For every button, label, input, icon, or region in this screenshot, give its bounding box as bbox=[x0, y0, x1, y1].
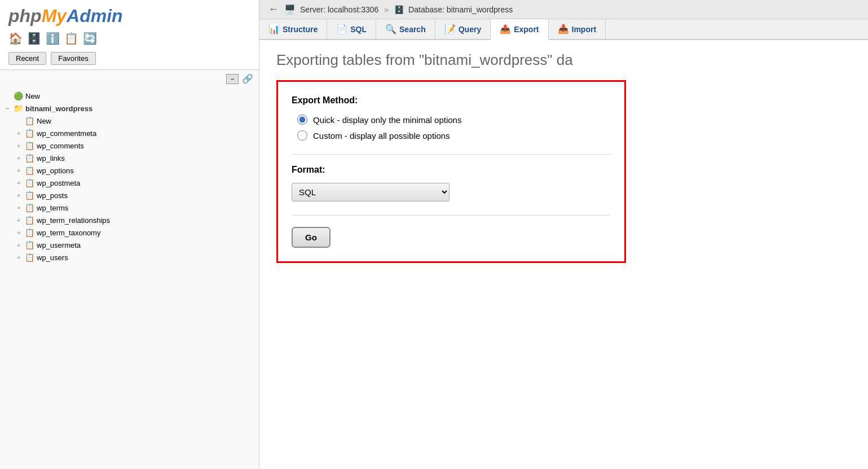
new-root-icon: 🟢 bbox=[14, 91, 23, 100]
logo-my: My bbox=[42, 6, 67, 26]
tree-item-new-root[interactable]: 🟢 New bbox=[0, 90, 259, 102]
radio-quick[interactable] bbox=[297, 115, 307, 125]
radio-quick-text: Quick - display only the minimal options bbox=[313, 115, 461, 125]
tree-item-wp-usermeta[interactable]: + 📋 wp_usermeta bbox=[0, 239, 259, 251]
format-select[interactable]: SQL CSV Excel JSON XML LaTeX OpenDocumen… bbox=[292, 183, 450, 201]
t3-label: wp_links bbox=[37, 154, 65, 163]
export-method-box: Export Method: Quick - display only the … bbox=[276, 80, 626, 263]
sql-tab-label: SQL bbox=[350, 25, 367, 34]
t10-label: wp_usermeta bbox=[37, 241, 81, 249]
tab-bar: 📊 Structure 📄 SQL 🔍 Search 📝 Query 📤 Exp… bbox=[259, 19, 868, 40]
breadcrumb-server: Server: localhost:3306 bbox=[300, 5, 378, 14]
t5-label: wp_postmeta bbox=[37, 179, 80, 187]
tree-item-wp-terms[interactable]: + 📋 wp_terms bbox=[0, 201, 259, 214]
breadcrumb-separator: » bbox=[384, 5, 389, 14]
t7-label: wp_terms bbox=[37, 204, 68, 212]
tab-export[interactable]: 📤 Export bbox=[491, 19, 548, 40]
sidebar-action-buttons: Recent Favorites bbox=[0, 49, 259, 70]
database-icon[interactable]: 🗄️ bbox=[27, 32, 41, 45]
sql-tab-icon: 📄 bbox=[336, 24, 347, 34]
export-method-radio-group: Quick - display only the minimal options… bbox=[292, 115, 611, 141]
t10-icon: 📋 bbox=[25, 240, 34, 249]
tree-item-wp-links[interactable]: + 📋 wp_links bbox=[0, 152, 259, 164]
t7-toggle: + bbox=[17, 204, 25, 211]
search-tab-icon: 🔍 bbox=[385, 24, 396, 34]
recent-button[interactable]: Recent bbox=[8, 52, 46, 65]
db-label: bitnami_wordpress bbox=[25, 104, 92, 113]
t3-icon: 📋 bbox=[25, 154, 34, 163]
t2-label: wp_comments bbox=[37, 142, 84, 150]
query-tab-label: Query bbox=[459, 25, 481, 34]
tree-item-wp-posts[interactable]: + 📋 wp_posts bbox=[0, 189, 259, 201]
t9-label: wp_term_taxonomy bbox=[37, 229, 100, 237]
tree-item-wp-commentmeta[interactable]: + 📋 wp_commentmeta bbox=[0, 127, 259, 139]
db-expand-icon: 📁 bbox=[14, 104, 23, 113]
tree-item-wp-options[interactable]: + 📋 wp_options bbox=[0, 164, 259, 177]
main-content: ← 🖥️ Server: localhost:3306 » 🗄️ Databas… bbox=[259, 0, 868, 469]
t8-label: wp_term_relationships bbox=[37, 216, 110, 225]
go-button[interactable]: Go bbox=[292, 227, 331, 248]
import-tab-label: Import bbox=[572, 25, 597, 34]
export-tab-icon: 📤 bbox=[500, 24, 511, 34]
t11-label: wp_users bbox=[37, 253, 68, 262]
logo-area: phpMyAdmin bbox=[0, 0, 259, 29]
collapse-icon[interactable]: − bbox=[226, 74, 239, 84]
top-bar: ← 🖥️ Server: localhost:3306 » 🗄️ Databas… bbox=[259, 0, 868, 19]
tab-sql[interactable]: 📄 SQL bbox=[327, 19, 376, 39]
tree-item-wp-term-taxonomy[interactable]: + 📋 wp_term_taxonomy bbox=[0, 226, 259, 239]
tab-import[interactable]: 📥 Import bbox=[549, 19, 606, 39]
logo-admin: Admin bbox=[67, 6, 123, 26]
logo-php: php bbox=[8, 6, 42, 26]
tree-item-wp-comments[interactable]: + 📋 wp_comments bbox=[0, 139, 259, 152]
tab-structure[interactable]: 📊 Structure bbox=[259, 19, 327, 39]
sidebar: phpMyAdmin 🏠 🗄️ ℹ️ 📋 🔄 Recent Favorites … bbox=[0, 0, 259, 469]
t11-icon: 📋 bbox=[25, 253, 34, 262]
breadcrumb-db-icon: 🗄️ bbox=[394, 5, 404, 14]
t6-label: wp_posts bbox=[37, 191, 68, 200]
query-tab-icon: 📝 bbox=[444, 24, 456, 34]
server-icon: 🖥️ bbox=[284, 4, 296, 15]
db-toggle: − bbox=[6, 105, 14, 112]
radio-custom[interactable] bbox=[297, 130, 307, 141]
format-section: Format: SQL CSV Excel JSON XML LaTeX Ope… bbox=[292, 154, 611, 201]
t5-icon: 📋 bbox=[25, 178, 34, 187]
t9-toggle: + bbox=[17, 229, 25, 236]
tree-item-wp-postmeta[interactable]: + 📋 wp_postmeta bbox=[0, 177, 259, 189]
tree-item-db[interactable]: − 📁 bitnami_wordpress bbox=[0, 102, 259, 115]
t2-toggle: + bbox=[17, 142, 25, 149]
tab-search[interactable]: 🔍 Search bbox=[376, 19, 435, 39]
link-icon[interactable]: 🔗 bbox=[242, 73, 253, 84]
go-section: Go bbox=[292, 215, 611, 248]
back-button[interactable]: ← bbox=[266, 3, 281, 15]
tree-item-wp-users[interactable]: + 📋 wp_users bbox=[0, 251, 259, 264]
new-root-label: New bbox=[25, 92, 40, 100]
format-select-wrapper: SQL CSV Excel JSON XML LaTeX OpenDocumen… bbox=[292, 183, 611, 201]
sidebar-icon-bar: 🏠 🗄️ ℹ️ 📋 🔄 bbox=[0, 29, 259, 49]
t4-toggle: + bbox=[17, 167, 25, 174]
export-tab-label: Export bbox=[514, 25, 539, 34]
collapse-bar: − 🔗 bbox=[0, 70, 259, 87]
t11-toggle: + bbox=[17, 254, 25, 261]
copy-icon[interactable]: 📋 bbox=[64, 32, 78, 45]
favorites-button[interactable]: Favorites bbox=[51, 52, 95, 65]
t8-toggle: + bbox=[17, 217, 25, 223]
tree-item-wp-term-relationships[interactable]: + 📋 wp_term_relationships bbox=[0, 214, 259, 226]
tree-item-db-new[interactable]: 📋 New bbox=[0, 115, 259, 127]
tab-query[interactable]: 📝 Query bbox=[435, 19, 491, 39]
t1-label: wp_commentmeta bbox=[37, 129, 96, 138]
search-tab-label: Search bbox=[399, 25, 426, 34]
t2-icon: 📋 bbox=[25, 141, 34, 150]
radio-custom-label[interactable]: Custom - display all possible options bbox=[297, 130, 611, 141]
info-icon[interactable]: ℹ️ bbox=[46, 32, 60, 45]
radio-custom-text: Custom - display all possible options bbox=[313, 131, 450, 141]
t4-icon: 📋 bbox=[25, 166, 34, 175]
t10-toggle: + bbox=[17, 242, 25, 248]
home-icon[interactable]: 🏠 bbox=[8, 32, 23, 45]
radio-quick-label[interactable]: Quick - display only the minimal options bbox=[297, 115, 611, 125]
t1-icon: 📋 bbox=[25, 129, 34, 138]
t3-toggle: + bbox=[17, 155, 25, 161]
refresh-icon[interactable]: 🔄 bbox=[83, 32, 97, 45]
t5-toggle: + bbox=[17, 179, 25, 186]
t4-label: wp_options bbox=[37, 166, 74, 175]
structure-tab-label: Structure bbox=[283, 25, 318, 34]
